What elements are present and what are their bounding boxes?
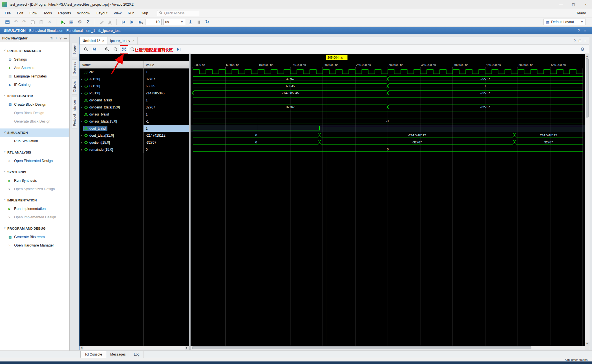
help-icon[interactable]: ? [574,39,576,43]
menu-file[interactable]: File [2,9,14,17]
flow-item-run-simulation[interactable]: Run Simulation [0,137,69,145]
signal-value-cell[interactable]: 32767 [143,76,189,83]
menu-help[interactable]: Help [138,9,151,17]
signal-value-cell[interactable]: 2147385345 [143,90,189,97]
menu-tools[interactable]: Tools [40,9,55,17]
signal-name-cell[interactable]: ›B[15:0] [79,83,143,90]
signal-name-cell[interactable]: ›divisor_tdata[15:0] [79,118,143,125]
vertical-scroll-thumb[interactable] [586,58,589,117]
sim-step-button[interactable] [187,19,194,25]
block-design-icon[interactable]: ▦ [68,19,75,25]
wave-settings-gear-icon[interactable]: ⚙ [579,46,586,53]
sim-run-all-button[interactable] [128,19,135,25]
signal-row-remainder-15-0[interactable]: ›remainder[15:0]0 [79,146,189,153]
console-tab-messages[interactable]: Messages [106,351,130,358]
waveform-plot[interactable]: 0.000 ns50.000 ns100.000 ns150.000 ns200… [191,54,585,346]
settings-gear-icon[interactable]: ⚙ [76,19,83,25]
close-icon[interactable]: × [582,28,588,33]
signal-row-a-15-0[interactable]: ›A[15:0]32767 [79,76,189,83]
signal-row-dividend-tvalid[interactable]: dividend_tvalid1 [79,97,189,104]
scroll-left-icon[interactable]: ◀ [79,346,83,350]
flow-section-program-and-debug[interactable]: >PROGRAM AND DEBUG [0,224,69,233]
signal-name-cell[interactable]: dout_tvalid [79,125,143,132]
expand-chevron-icon[interactable]: › [79,106,83,109]
flow-section-implementation[interactable]: >IMPLEMENTATION [0,196,69,205]
help-icon[interactable]: ? [59,36,61,40]
menu-flow[interactable]: Flow [26,9,40,17]
sim-time-unit-select[interactable]: us▼ [163,19,185,25]
flow-item-open-elaborated-design[interactable]: >Open Elaborated Design [0,157,69,165]
flow-section-simulation[interactable]: >SIMULATION [0,128,69,137]
scroll-right-icon[interactable]: ▶ [185,346,189,350]
flow-item-create-block-design[interactable]: ▦Create Block Design [0,100,69,109]
zoom-in-icon[interactable] [103,46,111,53]
save-waveform-icon[interactable] [91,46,98,53]
expand-chevron-icon[interactable]: › [79,141,83,144]
wave-tab-ipcore-test-v[interactable]: ipcore_test.v× [107,37,138,45]
console-tab-log[interactable]: Log [130,351,144,358]
signal-row-divisor-tdata-15-0[interactable]: ›divisor_tdata[15:0]-1 [79,118,189,125]
signal-name-cell[interactable]: ›remainder[15:0] [79,146,143,153]
flow-item-add-sources[interactable]: +Add Sources [0,64,69,72]
horizontal-scroll-thumb[interactable] [192,346,531,349]
expand-chevron-icon[interactable]: › [79,77,83,81]
wave-tab-untitled-1[interactable]: Untitled 1*× [79,37,107,45]
expand-chevron-icon[interactable]: › [79,92,83,95]
console-tab-tcl-console[interactable]: Tcl Console [80,351,106,358]
side-tab-scope[interactable]: Scope [72,43,77,57]
menu-window[interactable]: Window [74,9,93,17]
scroll-down-icon[interactable]: ▼ [585,342,589,346]
vertical-scrollbar[interactable]: ▲ ▼ [585,54,589,346]
signal-row-clk[interactable]: clk1 [79,68,189,76]
signal-row-p-31-0[interactable]: ›P[31:0]2147385345 [79,90,189,97]
signal-name-cell[interactable]: ›dout_tdata[31:0] [79,132,143,139]
sim-relaunch-button[interactable]: ↻ [204,19,211,25]
flow-item-generate-bitstream[interactable]: ▦Generate Bitstream [0,233,69,241]
signal-value-cell[interactable]: 1 [143,68,189,76]
signal-row-dout-tdata-31-0[interactable]: ›dout_tdata[31:0]-2147418112 [79,132,189,139]
signal-value-cell[interactable]: -1 [143,118,189,125]
expand-chevron-icon[interactable]: › [79,148,83,151]
signal-row-divisor-tvalid[interactable]: divisor_tvalid1 [79,111,189,118]
signal-name-cell[interactable]: ›P[31:0] [79,90,143,97]
expand-chevron-icon[interactable]: › [79,85,83,88]
value-column-header[interactable]: Value [143,61,189,68]
signal-row-quotient-15-0[interactable]: ›quotient[15:0]-32767 [79,139,189,146]
name-column-header[interactable]: Name [79,61,143,68]
menu-run[interactable]: Run [125,9,138,17]
layout-select[interactable]: ▦ Default Layout ▼ [544,19,586,25]
minimize-button[interactable]: — [555,0,567,9]
close-icon[interactable]: × [102,39,104,43]
signal-row-dividend-tdata-15-0[interactable]: ›dividend_tdata[15:0]32767 [79,104,189,111]
find-icon[interactable] [82,46,90,53]
flow-section-rtl-analysis[interactable]: >RTL ANALYSIS [0,148,69,157]
add-icon[interactable]: + [55,36,57,40]
menu-view[interactable]: View [111,9,125,17]
signal-value-cell[interactable]: 32767 [143,104,189,111]
menu-edit[interactable]: Edit [14,9,26,17]
side-tab-sources[interactable]: Sources [72,59,77,76]
flow-item-ip-catalog[interactable]: ◆IP Catalog [0,81,69,89]
collapse-all-icon[interactable]: ⇅ [50,36,53,40]
dashboard-icon[interactable] [4,19,11,25]
zoom-out-icon[interactable] [112,46,119,53]
maximize-button[interactable]: □ [567,0,580,9]
flow-section-ip-integrator[interactable]: >IP INTEGRATOR [0,92,69,100]
close-icon[interactable]: × [132,39,134,43]
menu-layout[interactable]: Layout [93,9,111,17]
maximize-icon[interactable]: □ [584,39,586,43]
sim-run-for-button[interactable] [137,19,143,25]
signal-row-dout-tvalid[interactable]: dout_tvalid1 [79,125,189,132]
quick-access-input[interactable]: Quick Access [157,10,199,16]
flow-item-open-hardware-manager[interactable]: >Open Hardware Manager [0,241,69,250]
signal-name-cell[interactable]: ›dividend_tdata[15:0] [79,104,143,111]
signal-row-b-15-0[interactable]: ›B[15:0]65535 [79,83,189,90]
side-tab-protocol-instances[interactable]: Protocol Instances [72,97,77,129]
signal-value-cell[interactable]: -2147418112 [143,132,189,139]
signal-name-cell[interactable]: ›A[15:0] [79,76,143,83]
plot-hscroll[interactable] [191,346,585,350]
sim-restart-button[interactable] [120,19,127,25]
flow-item-run-synthesis[interactable]: ▶Run Synthesis [0,176,69,185]
scroll-up-icon[interactable]: ▲ [585,54,589,58]
sim-run-time-input[interactable] [145,19,162,25]
